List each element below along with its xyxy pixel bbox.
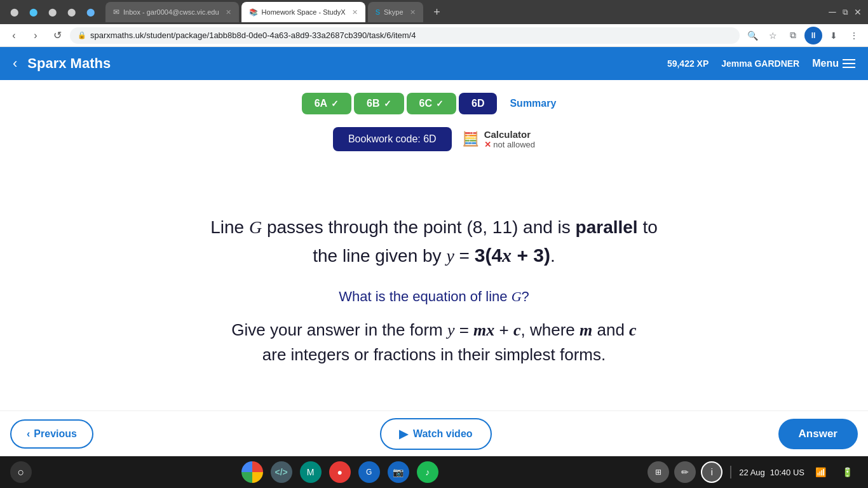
taskbar-battery-icon[interactable]: 🔋 [836,461,858,483]
tab-6A-label: 6A [315,98,327,109]
taskbar-time: 10:40 US [770,468,804,477]
forward-button[interactable]: › [27,27,44,44]
browser-nav-icon: ⬤ [5,3,23,21]
extensions-icon[interactable]: ⧉ [784,27,802,44]
header-right: 59,422 XP Jemma GARDNER Menu [667,58,855,69]
not-allowed-x: ✕ [484,140,491,149]
new-tab-button[interactable]: + [428,3,446,21]
taskbar-date: 22 Aug [739,468,765,477]
tab-homework-label: Homework Space - StudyX [262,8,346,16]
bookwork-row: Bookwork code: 6D 🧮 Calculator ✕ not all… [333,127,535,151]
form-c: c [513,321,521,339]
minimize-button[interactable]: ─ [827,7,837,17]
tab-summary[interactable]: Summary [499,93,566,114]
browser-cloud-icon: ⬤ [81,3,99,21]
browser-chrome: ⬤ ⬤ ⬤ ⬤ ⬤ ✉ Inbox - gar0004@cwsc.vic.edu… [0,0,868,24]
previous-chevron: ‹ [27,428,30,440]
taskbar-wifi-icon[interactable]: 📶 [810,461,831,483]
bookmark-icon[interactable]: ☆ [764,27,782,44]
taskbar-pen-icon[interactable]: ✏ [674,461,696,483]
equation-value: 3(4x + 3) [475,245,550,266]
line-g-ref: G [512,288,522,304]
url-field[interactable]: 🔒 sparxmaths.uk/student/package/1abb8b8d… [70,27,740,44]
tab-6A[interactable]: 6A ✓ [302,93,351,114]
back-button[interactable]: ‹ [5,27,23,44]
tab-inbox-favicon: ✉ [113,8,119,17]
tab-inbox-close[interactable]: ✕ [226,8,231,17]
taskbar-chrome-icon[interactable] [241,461,263,483]
tab-6C[interactable]: 6C ✓ [407,93,456,114]
form-mx: mx [473,321,494,339]
form-y: y [447,321,455,339]
user-name: Jemma GARDNER [721,58,799,69]
tab-homework[interactable]: 📚 Homework Space - StudyX ✕ [241,2,365,22]
url-text: sparxmaths.uk/student/package/1abb8b8d-0… [90,30,416,40]
form-c2: c [629,321,637,339]
previous-button[interactable]: ‹ Previous [10,419,93,449]
app-header: ‹ Sparx Maths 59,422 XP Jemma GARDNER Me… [0,47,868,80]
calculator-label: Calculator [484,129,535,140]
tab-skype-close[interactable]: ✕ [410,8,416,17]
bookwork-code: Bookwork code: 6D [333,127,452,151]
tab-skype-label: Skype [384,8,403,16]
addressbar-actions: 🔍 ☆ ⧉ ll ⬇ ⋮ [743,27,863,44]
taskbar-camera-icon[interactable]: 📷 [388,461,409,483]
taskbar-screenshot-icon[interactable]: ⊞ [648,461,669,483]
taskbar-jam-icon[interactable]: ● [329,461,351,483]
calculator-text: Calculator ✕ not allowed [484,129,535,149]
watch-video-label: Watch video [413,428,473,440]
lock-icon: 🔒 [78,31,86,39]
tab-6B-check: ✓ [384,98,391,109]
taskbar: ○ </> M ● G 📷 ♪ ⊞ ✏ i 22 Aug 10:40 US 📶 … [0,456,868,488]
xp-display: 59,422 XP [667,58,709,69]
video-play-icon: ▶ [399,427,408,441]
taskbar-classroom-icon[interactable]: G [358,461,380,483]
tab-6D-label: 6D [471,98,484,109]
answer-label: Answer [799,428,837,440]
watch-video-button[interactable]: ▶ Watch video [380,418,492,450]
tab-homework-close[interactable]: ✕ [352,8,358,17]
taskbar-power-icon[interactable]: ○ [10,461,32,483]
tab-skype[interactable]: S Skype ✕ [368,2,423,22]
taskbar-center: </> M ● G 📷 ♪ [37,461,642,483]
bottom-bar: ‹ Previous ▶ Watch video Answer [0,410,868,456]
close-button[interactable]: ✕ [853,7,863,17]
question-main-text: Line G passes through the point (8, 11) … [210,214,658,269]
window-controls: ─ ⧉ ✕ [827,7,863,17]
form-m: m [580,321,592,339]
profile-icon[interactable]: ll [804,27,822,44]
tab-6D[interactable]: 6D [459,93,497,114]
tab-6C-check: ✓ [436,98,444,109]
download-icon[interactable]: ⬇ [825,27,843,44]
browser-sync-icon: ⬤ [24,3,42,21]
taskbar-meet-icon[interactable]: M [300,461,322,483]
browser-email-icon: ⬤ [62,3,80,21]
tab-skype-favicon: S [376,8,380,16]
equation-given: y [446,246,454,266]
taskbar-info-icon[interactable]: i [701,461,722,483]
menu-button[interactable]: Menu [812,58,855,69]
tab-6C-label: 6C [419,98,432,109]
hamburger-icon [843,59,855,68]
tab-6B[interactable]: 6B ✓ [354,93,403,114]
tab-6B-label: 6B [367,98,379,109]
refresh-button[interactable]: ↺ [48,27,66,44]
answer-button[interactable]: Answer [778,419,858,449]
taskbar-spotify-icon[interactable]: ♪ [417,461,438,483]
line-var: G [249,217,262,237]
calculator-not-allowed: ✕ not allowed [484,140,535,149]
taskbar-left: ○ [10,461,32,483]
tab-inbox[interactable]: ✉ Inbox - gar0004@cwsc.vic.edu ✕ [105,2,239,22]
restore-button[interactable]: ⧉ [840,7,850,17]
calculator-icon: 🧮 [462,131,479,147]
taskbar-right: ⊞ ✏ i 22 Aug 10:40 US 📶 🔋 [648,461,858,483]
task-tabs: 6A ✓ 6B ✓ 6C ✓ 6D Summary [302,93,567,114]
more-menu-icon[interactable]: ⋮ [845,27,863,44]
main-content: 6A ✓ 6B ✓ 6C ✓ 6D Summary Bookwork code:… [0,80,868,456]
search-icon[interactable]: 🔍 [743,27,761,44]
back-nav-button[interactable]: ‹ [13,55,17,72]
taskbar-code-icon[interactable]: </> [271,461,292,483]
tab-summary-label: Summary [510,98,556,109]
sub-question-text: What is the equation of line G? [339,288,529,305]
not-allowed-text: not allowed [493,140,535,149]
